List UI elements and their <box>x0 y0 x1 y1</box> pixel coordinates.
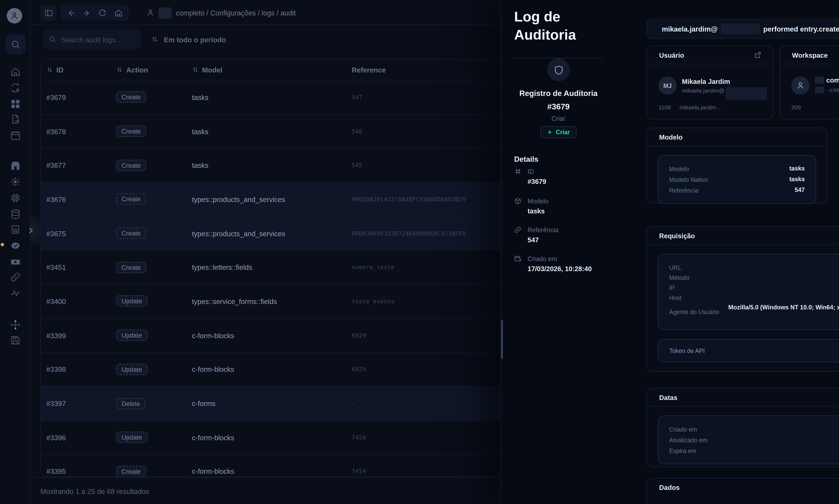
sidebar-item-search[interactable] <box>5 34 25 54</box>
row-action-cell: Update <box>116 364 192 375</box>
shield-icon <box>553 65 564 75</box>
row-id: #3398 <box>41 365 116 373</box>
forward-icon[interactable] <box>83 8 91 17</box>
action-badge: Create <box>116 160 146 171</box>
user-avatar-initials: MJ <box>658 76 677 95</box>
kv-label: Expira em <box>669 447 696 454</box>
workspace-id: 209 <box>791 104 801 111</box>
audit-search-box[interactable] <box>43 30 141 49</box>
row-action-cell: Create <box>116 262 192 273</box>
kv-row: Expira em 06/03/2028, 10:28:40 <box>669 446 839 455</box>
kv-row: Agente do Usuário Mozilla/5.0 (Windows N… <box>669 304 839 321</box>
kv-label: Host <box>669 294 682 301</box>
row-action-cell: Create <box>116 228 192 239</box>
column-header-action[interactable]: Action <box>116 66 192 74</box>
row-id: #3677 <box>41 161 116 169</box>
model-card-title: Modelo <box>659 133 683 141</box>
detail-item-created: Criado em 17/03/2026, 10:28:40 <box>514 255 608 272</box>
request-card-title: Requisição <box>659 232 695 239</box>
app-root: completo / Configurações / logs / audit … <box>0 0 839 504</box>
refresh-icon[interactable] <box>98 8 107 17</box>
database-icon[interactable] <box>10 209 21 219</box>
sort-icon <box>46 67 53 73</box>
api-token-label: Token de API <box>669 347 705 354</box>
kv-label: Método <box>669 274 689 281</box>
user-card-title: Usuário <box>659 51 684 59</box>
row-model: tasks <box>192 93 352 101</box>
kv-label: Referência <box>669 187 698 194</box>
banner-action: performed entry.create on tasks <box>763 25 839 33</box>
column-header-model[interactable]: Model <box>192 66 352 74</box>
request-card: Requisição URL /ws/types/products_and_se… <box>646 226 839 372</box>
apps-grid-icon[interactable] <box>10 98 21 109</box>
panel-toggle-button[interactable] <box>40 5 56 21</box>
kv-label: URL <box>669 264 681 271</box>
sidebar-expand-chevron[interactable] <box>26 226 35 235</box>
dates-card: Datas Criado em 17/03/2026, 10:28:40 Atu… <box>646 388 839 467</box>
search-input[interactable] <box>61 35 135 43</box>
external-link-icon[interactable] <box>754 52 761 58</box>
period-filter[interactable]: Em todo o período <box>151 30 226 49</box>
user-avatar[interactable] <box>7 8 22 23</box>
breadcrumb[interactable]: completo / Configurações / logs / audit <box>140 5 302 21</box>
row-id: #3679 <box>41 93 116 101</box>
kv-row: Atualizado em 17/03/2026, 10:28:40 <box>669 435 839 444</box>
link-icon[interactable] <box>10 272 21 283</box>
activity-pulse-icon[interactable] <box>10 288 21 299</box>
row-model: types::products_and_services <box>192 229 352 237</box>
action-badge: Update <box>116 330 147 341</box>
link-icon <box>514 226 521 234</box>
document-save-icon[interactable] <box>10 335 21 346</box>
kv-value: POST <box>697 273 839 282</box>
kiosk-icon[interactable] <box>10 224 21 235</box>
detail-item-model: Modelo tasks <box>514 197 608 215</box>
results-count: Mostrando 1 a 25 de 68 resultados <box>40 487 149 495</box>
action-badge: Update <box>116 432 147 443</box>
gear-icon[interactable] <box>10 177 21 187</box>
row-action-cell: Update <box>116 432 192 443</box>
kv-value: tasks <box>697 164 805 173</box>
sidebar <box>0 0 30 504</box>
kv-value: tasks <box>716 175 805 184</box>
row-model: c-form-blocks <box>192 331 352 339</box>
row-action-cell: Update <box>116 330 192 341</box>
home-icon[interactable] <box>10 67 21 77</box>
action-badge: Update <box>116 295 147 307</box>
sync-settings-icon[interactable] <box>10 83 21 93</box>
row-action-cell: Update <box>116 295 192 307</box>
workspace-name-line: completo <box>815 76 839 84</box>
kv-label: Agente do Usuário <box>669 309 719 316</box>
row-id: #3678 <box>41 127 116 135</box>
file-export-icon[interactable] <box>10 114 21 125</box>
back-icon[interactable] <box>67 8 75 17</box>
row-id: #3676 <box>41 195 116 203</box>
user-card: Usuário MJ Mikaela Jardim mikaela.jardim… <box>646 46 774 120</box>
kv-label: Criado em <box>669 426 697 433</box>
kv-row: IP 187. <box>669 283 839 292</box>
chip-icon[interactable] <box>10 193 21 203</box>
integrations-network-icon[interactable] <box>10 320 21 330</box>
column-header-id[interactable]: ID <box>41 66 116 74</box>
coin-check-icon[interactable] <box>10 240 21 251</box>
row-action-cell: Create <box>116 91 192 103</box>
home-nav-icon[interactable] <box>114 8 123 17</box>
api-token-row: Token de API Não <box>658 339 839 363</box>
search-icon <box>49 36 56 43</box>
row-model: tasks <box>192 161 352 169</box>
record-id: #3679 <box>501 102 616 111</box>
kv-value: api-develop. <box>690 293 839 302</box>
user-name: Mikaela Jardim <box>682 78 730 85</box>
store-icon[interactable] <box>10 160 21 171</box>
calendar-icon[interactable] <box>10 130 21 141</box>
drawer-detail-panel: mikaela.jardim@ performed entry.create o… <box>616 0 839 504</box>
create-button[interactable]: Criar <box>540 126 576 138</box>
action-badge: Create <box>116 228 146 239</box>
detail-item-reference: Referência 547 <box>514 226 608 244</box>
sort-arrows-icon <box>151 36 158 43</box>
audit-detail-drawer: Log de Auditoria Registro de Auditoria #… <box>500 0 839 504</box>
data-card: Dados <box>646 478 839 504</box>
money-icon[interactable] <box>10 256 21 267</box>
kv-row: Host api-develop. <box>669 293 839 302</box>
row-id: #3395 <box>41 467 116 475</box>
kv-value: 06/03/2028, 10:28:40 <box>704 446 839 455</box>
